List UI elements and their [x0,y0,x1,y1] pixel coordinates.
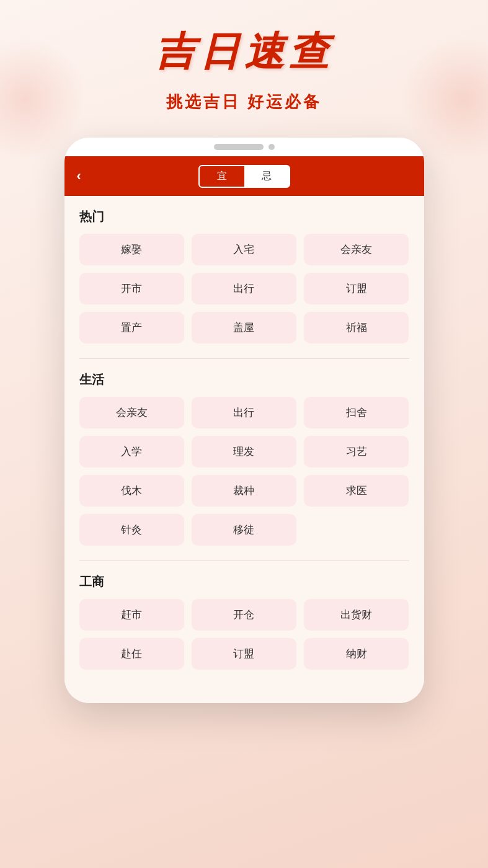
app-header: ‹ 宜 忌 [64,156,424,196]
tab-group: 宜 忌 [198,165,290,188]
btn-lifa[interactable]: 理发 [192,436,296,467]
btn-qiuyi[interactable]: 求医 [304,475,409,507]
btn-chuxing1[interactable]: 出行 [192,273,296,304]
btn-huiqinyou2[interactable]: 会亲友 [79,397,184,428]
tab-ji[interactable]: 忌 [244,166,289,187]
btn-xiyi[interactable]: 习艺 [304,436,409,467]
section-life: 生活 会亲友 出行 扫舍 入学 理发 习艺 伐木 裁种 求医 针灸 移徒 [79,371,409,546]
business-grid: 赶市 开仓 出货财 赴任 订盟 纳财 [79,599,409,670]
btn-nacai[interactable]: 纳财 [304,638,409,670]
btn-ruzhai[interactable]: 入宅 [192,234,296,265]
life-grid: 会亲友 出行 扫舍 入学 理发 习艺 伐木 裁种 求医 [79,397,409,507]
section-hotspot-title: 热门 [79,208,409,225]
btn-zhichan[interactable]: 置产 [79,312,184,343]
btn-famu[interactable]: 伐木 [79,475,184,507]
divider-2 [79,560,409,561]
btn-kaishi[interactable]: 开市 [79,273,184,304]
btn-chuxing2[interactable]: 出行 [192,397,296,428]
app-content: 热门 嫁娶 入宅 会亲友 开市 出行 订盟 置产 盖屋 祈福 生活 会 [64,196,424,703]
section-business-title: 工商 [79,574,409,590]
btn-jiaju[interactable]: 嫁娶 [79,234,184,265]
phone-camera [268,144,275,150]
main-title: 吉日速查 [155,25,334,79]
btn-caizhong[interactable]: 裁种 [192,475,296,507]
btn-ganshi[interactable]: 赶市 [79,599,184,631]
btn-qifu[interactable]: 祈福 [304,312,409,343]
page-wrapper: 吉日速查 挑选吉日 好运必备 ‹ 宜 忌 热门 嫁娶 入宅 会亲友 [0,0,488,703]
btn-chuhuocai[interactable]: 出货财 [304,599,409,631]
btn-huiqinyou1[interactable]: 会亲友 [304,234,409,265]
phone-top-bar [64,138,424,156]
btn-kaicang[interactable]: 开仓 [192,599,296,631]
hotspot-grid: 嫁娶 入宅 会亲友 开市 出行 订盟 置产 盖屋 祈福 [79,234,409,343]
btn-dingmeng1[interactable]: 订盟 [304,273,409,304]
divider-1 [79,358,409,359]
phone-notch [214,144,264,150]
btn-furen[interactable]: 赴任 [79,638,184,670]
tab-yi[interactable]: 宜 [200,166,244,187]
back-button[interactable]: ‹ [77,168,81,184]
btn-zhenjiu[interactable]: 针灸 [79,514,184,546]
section-business: 工商 赶市 开仓 出货财 赴任 订盟 纳财 [79,574,409,670]
section-hotspot: 热门 嫁娶 入宅 会亲友 开市 出行 订盟 置产 盖屋 祈福 [79,208,409,343]
btn-dingmeng2[interactable]: 订盟 [192,638,296,670]
phone-mockup: ‹ 宜 忌 热门 嫁娶 入宅 会亲友 开市 出行 订盟 置产 盖屋 [64,138,424,703]
btn-ruxue[interactable]: 入学 [79,436,184,467]
btn-yitu[interactable]: 移徒 [192,514,296,546]
btn-saoshe[interactable]: 扫舍 [304,397,409,428]
section-life-title: 生活 [79,371,409,388]
life-grid-last: 针灸 移徒 [79,514,409,546]
sub-title: 挑选吉日 好运必备 [166,91,322,113]
btn-gaiwu[interactable]: 盖屋 [192,312,296,343]
